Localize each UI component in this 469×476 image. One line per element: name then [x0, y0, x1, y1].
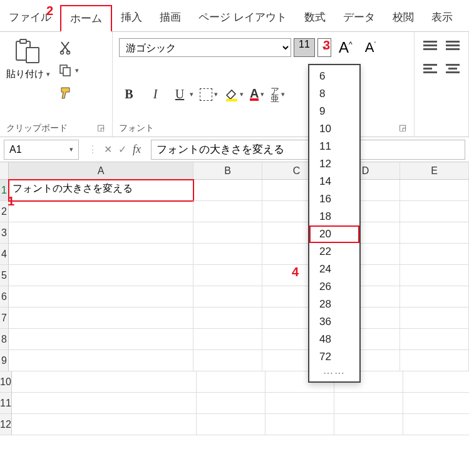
- cell[interactable]: [193, 244, 262, 265]
- tab-page-layout[interactable]: ページ レイアウト: [190, 5, 296, 31]
- fill-color-button[interactable]: [224, 88, 238, 101]
- size-option[interactable]: 36: [309, 313, 359, 331]
- font-name-select[interactable]: 游ゴシック: [119, 38, 291, 57]
- col-header-e[interactable]: E: [400, 162, 469, 179]
- cell[interactable]: [400, 286, 469, 308]
- cell[interactable]: [9, 329, 193, 350]
- align-middle-button[interactable]: [446, 41, 460, 50]
- cell[interactable]: [12, 371, 197, 393]
- cell[interactable]: [400, 244, 469, 265]
- size-option[interactable]: 24: [309, 261, 359, 278]
- cell[interactable]: [197, 371, 265, 393]
- size-option[interactable]: 48: [309, 331, 359, 348]
- underline-button[interactable]: U: [172, 87, 188, 101]
- cell[interactable]: [9, 201, 193, 222]
- cell[interactable]: [12, 414, 197, 435]
- row-header[interactable]: 11: [0, 393, 12, 414]
- size-option[interactable]: 28: [309, 296, 359, 313]
- borders-button[interactable]: [200, 88, 212, 101]
- size-option[interactable]: 14: [309, 173, 359, 190]
- font-size-input[interactable]: 11: [294, 38, 315, 57]
- font-color-button[interactable]: A: [250, 88, 259, 101]
- bold-button[interactable]: B: [119, 87, 139, 101]
- cancel-icon[interactable]: ✕: [104, 143, 112, 155]
- cell[interactable]: [403, 393, 469, 414]
- cell[interactable]: [193, 222, 262, 244]
- chevron-down-icon[interactable]: ▾: [70, 145, 73, 153]
- cell[interactable]: [197, 393, 265, 414]
- cell[interactable]: [9, 222, 193, 244]
- italic-button[interactable]: I: [145, 87, 165, 101]
- cell-a1[interactable]: フォントの大きさを変える: [9, 180, 193, 201]
- align-left-button[interactable]: [423, 64, 437, 73]
- size-option[interactable]: 26: [309, 278, 359, 296]
- tab-draw[interactable]: 描画: [151, 5, 190, 31]
- row-header[interactable]: 8: [0, 329, 9, 350]
- dialog-launcher-icon[interactable]: ◲: [399, 123, 408, 132]
- tab-insert[interactable]: 挿入: [112, 5, 151, 31]
- chevron-down-icon[interactable]: ▾: [214, 90, 218, 98]
- chevron-down-icon[interactable]: ▾: [75, 66, 79, 75]
- chevron-down-icon[interactable]: ▾: [46, 70, 50, 78]
- cut-button[interactable]: [56, 39, 74, 56]
- cell[interactable]: [400, 308, 469, 329]
- enter-icon[interactable]: ✓: [118, 143, 126, 155]
- size-option[interactable]: 9: [309, 103, 359, 120]
- decrease-font-size-button[interactable]: Aˇ: [360, 39, 381, 56]
- select-all-corner[interactable]: [0, 162, 9, 179]
- cell[interactable]: [400, 350, 469, 371]
- cell[interactable]: [193, 308, 262, 329]
- row-header[interactable]: 9: [0, 350, 9, 371]
- size-option[interactable]: 8: [309, 85, 359, 103]
- row-header[interactable]: 6: [0, 286, 9, 308]
- row-header[interactable]: 5: [0, 265, 9, 286]
- cell[interactable]: [265, 393, 334, 414]
- chevron-down-icon[interactable]: ▾: [281, 90, 285, 98]
- cell[interactable]: [9, 244, 193, 265]
- col-header-b[interactable]: B: [193, 162, 262, 179]
- cell[interactable]: [403, 371, 469, 393]
- row-header[interactable]: 7: [0, 308, 9, 329]
- cell[interactable]: [265, 414, 334, 435]
- increase-font-size-button[interactable]: A^: [334, 39, 358, 56]
- chevron-down-icon[interactable]: ▾: [240, 90, 244, 98]
- cell[interactable]: [400, 265, 469, 286]
- tab-review[interactable]: 校閲: [384, 5, 423, 31]
- cell[interactable]: [334, 414, 403, 435]
- dialog-launcher-icon[interactable]: ◲: [97, 123, 106, 132]
- cell[interactable]: [197, 414, 265, 435]
- resize-handle-icon[interactable]: ⋯⋯: [309, 366, 359, 379]
- size-option[interactable]: 11: [309, 138, 359, 155]
- cell[interactable]: [193, 265, 262, 286]
- format-painter-button[interactable]: [56, 85, 74, 101]
- cell[interactable]: [400, 201, 469, 222]
- cell[interactable]: [193, 329, 262, 350]
- cell[interactable]: [193, 180, 262, 201]
- copy-button[interactable]: [56, 62, 74, 78]
- cell[interactable]: [400, 329, 469, 350]
- cell[interactable]: [9, 308, 193, 329]
- size-option[interactable]: 20: [309, 225, 359, 243]
- cell[interactable]: [9, 265, 193, 286]
- row-header[interactable]: 12: [0, 414, 12, 435]
- cell[interactable]: [12, 393, 197, 414]
- cell[interactable]: [400, 222, 469, 244]
- size-option[interactable]: 12: [309, 155, 359, 173]
- size-option[interactable]: 6: [309, 68, 359, 85]
- phonetic-button[interactable]: ア亜: [271, 87, 279, 102]
- cell[interactable]: [193, 201, 262, 222]
- tab-home[interactable]: ホーム: [60, 5, 112, 32]
- size-option[interactable]: 16: [309, 190, 359, 208]
- row-header[interactable]: 10: [0, 371, 12, 393]
- chevron-down-icon[interactable]: ▾: [190, 90, 193, 98]
- cell[interactable]: [334, 393, 403, 414]
- col-header-a[interactable]: A: [9, 162, 193, 179]
- cell[interactable]: [193, 286, 262, 308]
- cell[interactable]: [403, 414, 469, 435]
- name-box[interactable]: A1 ▾: [4, 140, 79, 160]
- size-option[interactable]: 18: [309, 208, 359, 225]
- size-option[interactable]: 22: [309, 243, 359, 261]
- row-header[interactable]: 4: [0, 244, 9, 265]
- paste-button[interactable]: 貼り付け ▾: [6, 38, 50, 80]
- cell[interactable]: [400, 180, 469, 201]
